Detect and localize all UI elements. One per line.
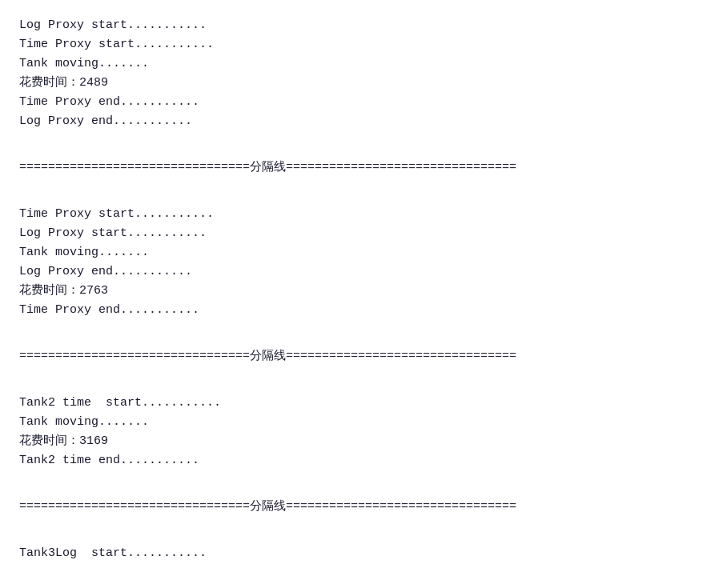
log-line: Time Proxy end........... [19, 301, 700, 320]
section-2: Time Proxy start........... Log Proxy st… [19, 205, 700, 320]
log-line: Tank2 time start........... [19, 394, 700, 413]
log-line: Tank3Log start........... [19, 544, 700, 563]
log-line: Tank2 time end........... [19, 451, 700, 470]
console-output: Log Proxy start........... Time Proxy st… [19, 16, 700, 563]
divider-line: ================================分隔线=====… [19, 158, 700, 178]
log-line: 花费时间：2489 [19, 74, 700, 93]
blank-line [19, 374, 700, 394]
log-line: Tank moving....... [19, 243, 700, 262]
section-1: Log Proxy start........... Time Proxy st… [19, 16, 700, 131]
blank-line [19, 186, 700, 205]
blank-line [19, 320, 700, 339]
divider-line: ================================分隔线=====… [19, 347, 700, 366]
log-line: Log Proxy start........... [19, 224, 700, 243]
log-line: Time Proxy start........... [19, 35, 700, 54]
blank-line [19, 470, 700, 490]
divider-line: ================================分隔线=====… [19, 498, 700, 517]
log-line: Tank moving....... [19, 54, 700, 74]
log-line: 花费时间：3169 [19, 432, 700, 451]
log-line: 花费时间：2763 [19, 282, 700, 301]
blank-line [19, 525, 700, 544]
log-line: Log Proxy end........... [19, 262, 700, 282]
blank-line [19, 131, 700, 150]
log-line: Log Proxy end........... [19, 112, 700, 131]
log-line: Time Proxy end........... [19, 93, 700, 112]
log-line: Log Proxy start........... [19, 16, 700, 35]
log-line: Time Proxy start........... [19, 205, 700, 224]
log-line: Tank moving....... [19, 413, 700, 432]
section-3: Tank2 time start........... Tank moving.… [19, 394, 700, 470]
section-4: Tank3Log start........... [19, 544, 700, 563]
